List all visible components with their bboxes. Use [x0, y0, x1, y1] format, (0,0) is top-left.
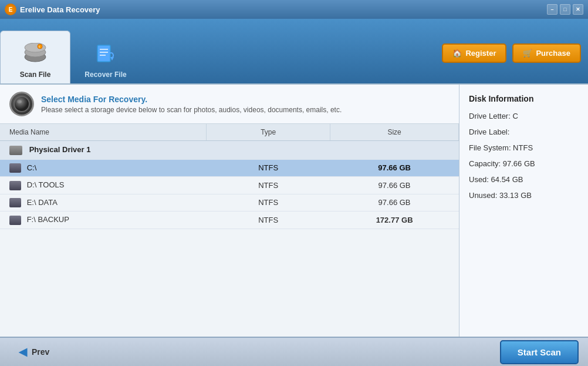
drive-e-size: 97.66 GB	[330, 194, 459, 211]
tab-scan-file[interactable]: ! Scan File	[0, 31, 70, 83]
register-button[interactable]: 🏠 Register	[442, 43, 506, 63]
title-bar: E Erelive Data Recovery – □ ✕	[0, 0, 588, 19]
drive-d-name: D:\ TOOLS	[0, 177, 207, 194]
app-icon: E	[5, 4, 16, 15]
disk-info-drive-letter: Drive Letter: C	[469, 112, 579, 120]
drive-f-size: 172.77 GB	[330, 211, 459, 229]
group-label: Physical Driver 1	[0, 141, 459, 160]
drive-icon	[9, 181, 21, 190]
footer: ◀ Prev Start Scan	[0, 337, 588, 366]
col-media-name: Media Name	[0, 124, 207, 141]
scan-file-icon: !	[23, 43, 47, 68]
svg-text:!: !	[39, 45, 40, 49]
info-description: Please select a storage device below to …	[41, 106, 342, 114]
register-icon: 🏠	[452, 49, 462, 58]
minimize-button[interactable]: –	[547, 4, 557, 15]
file-table: Media Name Type Size Physical Driver 1	[0, 124, 459, 229]
left-panel: Select Media For Recovery. Please select…	[0, 85, 459, 337]
drive-c-name: C:\	[0, 159, 207, 177]
drive-d-size: 97.66 GB	[330, 177, 459, 194]
right-panel: Disk Information Drive Letter: C Drive L…	[459, 85, 588, 337]
info-icon	[9, 92, 34, 116]
header: ! Scan File Recover File 🏠 Reg	[0, 19, 588, 83]
main-content: Select Media For Recovery. Please select…	[0, 83, 588, 337]
svg-point-2	[25, 43, 46, 52]
register-label: Register	[465, 49, 496, 58]
svg-rect-6	[100, 49, 108, 50]
tab-scan-file-label: Scan File	[20, 70, 51, 79]
start-scan-label: Start Scan	[518, 347, 561, 357]
drive-c-size: 97.66 GB	[330, 159, 459, 177]
purchase-button[interactable]: 🛒 Purchase	[512, 43, 581, 63]
recover-file-icon	[94, 43, 117, 68]
prev-arrow-icon: ◀	[19, 345, 27, 358]
disk-info-title: Disk Information	[469, 94, 579, 103]
drive-f-type: NTFS	[207, 211, 330, 229]
tabs-area: ! Scan File Recover File	[0, 19, 442, 83]
group-row-physical: Physical Driver 1	[0, 141, 459, 160]
info-bar: Select Media For Recovery. Please select…	[0, 85, 459, 124]
info-heading: Select Media For Recovery.	[41, 95, 342, 104]
col-size: Size	[330, 124, 459, 141]
window-controls: – □ ✕	[547, 4, 583, 15]
table-row[interactable]: E:\ DATA NTFS 97.66 GB	[0, 194, 459, 211]
table-header-row: Media Name Type Size	[0, 124, 459, 141]
file-table-container[interactable]: Media Name Type Size Physical Driver 1	[0, 124, 459, 337]
tab-recover-file-label: Recover File	[85, 70, 126, 79]
drive-f-name: F:\ BACKUP	[0, 211, 207, 229]
disk-info-drive-label: Drive Label:	[469, 127, 579, 136]
drive-icon	[9, 163, 21, 173]
disk-info-unused: Unused: 33.13 GB	[469, 191, 579, 200]
drive-d-type: NTFS	[207, 177, 330, 194]
svg-point-11	[17, 100, 22, 103]
disk-info-file-system: File System: NTFS	[469, 143, 579, 152]
svg-marker-9	[110, 57, 114, 61]
app-title: Erelive Data Recovery	[20, 5, 100, 14]
purchase-icon: 🛒	[523, 49, 532, 58]
prev-button[interactable]: ◀ Prev	[9, 342, 59, 362]
col-type: Type	[207, 124, 330, 141]
table-row[interactable]: F:\ BACKUP NTFS 172.77 GB	[0, 211, 459, 229]
table-row[interactable]: D:\ TOOLS NTFS 97.66 GB	[0, 177, 459, 194]
prev-label: Prev	[32, 347, 49, 357]
drive-e-name: E:\ DATA	[0, 194, 207, 211]
close-button[interactable]: ✕	[573, 4, 583, 15]
svg-rect-5	[97, 45, 110, 62]
drive-c-type: NTFS	[207, 159, 330, 177]
disk-info-capacity: Capacity: 97.66 GB	[469, 159, 579, 168]
svg-point-10	[14, 96, 29, 112]
start-scan-button[interactable]: Start Scan	[500, 340, 579, 364]
svg-rect-7	[100, 52, 108, 53]
tab-recover-file[interactable]: Recover File	[70, 31, 141, 83]
drive-icon	[9, 216, 21, 225]
disk-icon	[9, 146, 22, 155]
info-text: Select Media For Recovery. Please select…	[41, 95, 342, 114]
svg-rect-8	[100, 55, 106, 56]
disk-info-used: Used: 64.54 GB	[469, 175, 579, 184]
purchase-label: Purchase	[536, 49, 570, 58]
drive-e-type: NTFS	[207, 194, 330, 211]
maximize-button[interactable]: □	[560, 4, 570, 15]
table-row[interactable]: C:\ NTFS 97.66 GB	[0, 159, 459, 177]
drive-icon	[9, 198, 21, 207]
header-buttons: 🏠 Register 🛒 Purchase	[442, 43, 581, 83]
